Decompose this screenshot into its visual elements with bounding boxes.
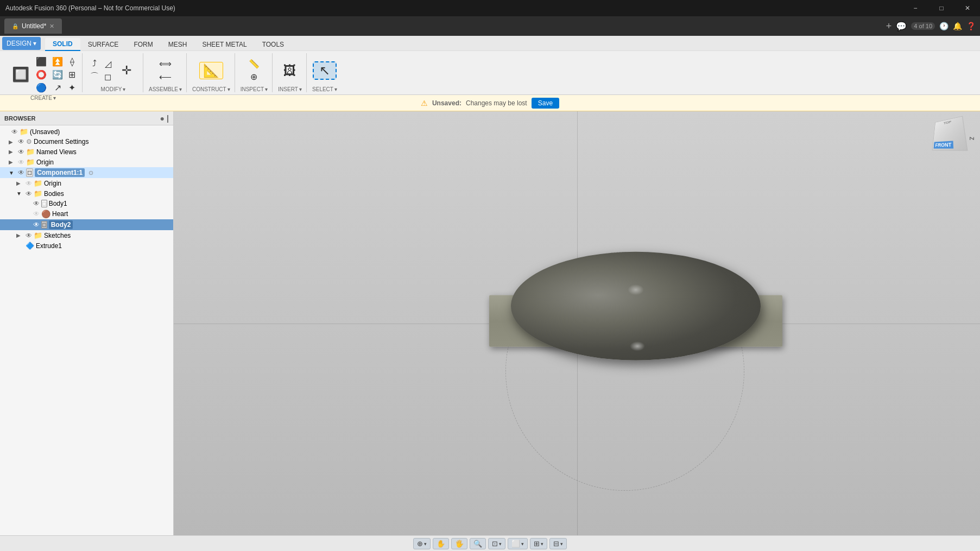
- visibility-icon-named-views[interactable]: 👁: [18, 148, 24, 156]
- save-button[interactable]: Save: [532, 98, 559, 109]
- tree-item-component1[interactable]: ▼ 👁 □ Component1:1 ⊙: [0, 167, 173, 178]
- visibility-icon-heart[interactable]: 👁: [33, 210, 40, 218]
- loft-button[interactable]: ⟠: [66, 55, 78, 68]
- create-arrow-icon: ▾: [53, 95, 56, 101]
- cylinder-button[interactable]: ⭕: [34, 68, 49, 81]
- insert-group-label[interactable]: INSERT ▾: [278, 86, 302, 92]
- extrude-button[interactable]: ⏫: [50, 55, 65, 68]
- maximize-button[interactable]: □: [929, 0, 954, 16]
- modify-group-label[interactable]: MODIFY ▾: [101, 86, 126, 92]
- ribbon-tab-solid[interactable]: SOLID: [45, 38, 80, 51]
- design-arrow-icon: ▾: [33, 40, 36, 47]
- construct-icon: 📐: [203, 64, 219, 77]
- help-icon[interactable]: ❓: [966, 22, 976, 30]
- chat-icon[interactable]: 💬: [896, 21, 907, 31]
- sphere-button[interactable]: 🔵: [34, 81, 49, 94]
- more-button[interactable]: ⊟ ▾: [549, 538, 567, 549]
- sweep-button[interactable]: ↗: [50, 81, 65, 94]
- folder-icon-unsaved: 📁: [20, 128, 28, 136]
- tree-item-body1[interactable]: 👁 □ Body1: [0, 199, 173, 208]
- ribbon-tab-form[interactable]: FORM: [126, 38, 160, 51]
- sphere-icon: 🔵: [36, 83, 47, 93]
- visibility-icon-doc-settings[interactable]: 👁: [18, 138, 24, 145]
- box-button[interactable]: ⬛: [34, 55, 49, 68]
- orbit-icon: ✋: [437, 540, 445, 548]
- visibility-icon-origin-root[interactable]: 👁: [18, 159, 24, 166]
- rib-button[interactable]: ⊞: [66, 68, 78, 81]
- insert-button[interactable]: 🖼: [278, 62, 302, 79]
- minimize-button[interactable]: −: [903, 0, 928, 16]
- ribbon-tab-sheetmetal[interactable]: SHEET METAL: [194, 38, 254, 51]
- tree-item-body2[interactable]: 👁 □ Body2: [0, 219, 173, 230]
- visibility-icon-bodies[interactable]: 👁: [26, 190, 32, 198]
- browser-collapse-icon[interactable]: ●: [160, 114, 165, 123]
- unsaved-label: Unsaved:: [432, 99, 461, 107]
- tree-label-sketches: Sketches: [44, 232, 71, 239]
- add-tab-button[interactable]: +: [886, 21, 892, 32]
- folder-icon-named-views: 📁: [26, 148, 35, 156]
- revolve-button[interactable]: 🔄: [50, 68, 65, 81]
- tree-item-unsaved[interactable]: 👁 📁 (Unsaved): [0, 126, 173, 137]
- visibility-icon-origin-child[interactable]: 👁: [26, 180, 32, 187]
- inspect-group-label[interactable]: INSPECT ▾: [241, 86, 268, 92]
- select-button[interactable]: ↖: [313, 61, 337, 80]
- browser-expand-icon[interactable]: |: [167, 114, 169, 123]
- history-icon[interactable]: 🕐: [939, 22, 949, 30]
- move-button[interactable]: ✛: [115, 63, 138, 78]
- ribbon-tab-tools[interactable]: TOOLS: [255, 38, 292, 51]
- as-built-joint-button[interactable]: ⟵: [157, 71, 174, 83]
- active-tab[interactable]: 🔒 Untitled* ✕: [4, 18, 62, 34]
- grid-button[interactable]: ⊞ ▾: [530, 538, 547, 549]
- web-button[interactable]: ✦: [66, 81, 78, 94]
- shell-button[interactable]: ◻: [102, 71, 113, 83]
- visibility-icon-unsaved[interactable]: 👁: [11, 128, 18, 136]
- tree-item-heart[interactable]: 👁 🟤 Heart: [0, 208, 173, 219]
- construct-group-label[interactable]: CONSTRUCT ▾: [192, 86, 230, 92]
- construct-button[interactable]: 📐: [199, 62, 223, 79]
- tree-label-origin-root: Origin: [36, 159, 54, 166]
- notification-icon[interactable]: 🔔: [953, 22, 962, 30]
- tree-item-origin-child[interactable]: ▶ 👁 📁 Origin: [0, 178, 173, 188]
- tree-item-named-views[interactable]: ▶ 👁 📁 Named Views: [0, 147, 173, 157]
- ribbon-tab-surface[interactable]: SURFACE: [80, 38, 127, 51]
- ribbon-tab-mesh[interactable]: MESH: [161, 38, 195, 51]
- tree-item-origin-root[interactable]: ▶ 👁 📁 Origin: [0, 157, 173, 167]
- visibility-icon-body1[interactable]: 👁: [33, 200, 40, 207]
- cursor-button[interactable]: ⊕ ▾: [413, 538, 431, 549]
- pan-button[interactable]: 🖐: [451, 538, 467, 549]
- ribbon-group-assemble: ⟺ ⟵ ASSEMBLE ▾: [144, 53, 187, 92]
- tree-arrow-bodies: ▼: [16, 191, 24, 197]
- create-group-label[interactable]: CREATE ▾: [30, 95, 56, 101]
- press-pull-button[interactable]: ⤴: [88, 58, 101, 69]
- modify-arrow-icon: ▾: [123, 86, 125, 92]
- select-group-label[interactable]: SELECT ▾: [312, 86, 337, 92]
- tab-close-icon[interactable]: ✕: [49, 23, 54, 30]
- tree-item-bodies[interactable]: ▼ 👁 📁 Bodies: [0, 188, 173, 199]
- visibility-icon-sketches[interactable]: 👁: [26, 232, 32, 239]
- visibility-icon-component1[interactable]: 👁: [18, 169, 24, 176]
- joint-button[interactable]: ⟺: [157, 58, 174, 70]
- view-cube[interactable]: FRONT TOP Z: [931, 117, 975, 160]
- display-icon: ⬜: [511, 540, 520, 548]
- ribbon-group-insert: 🖼 INSERT ▾: [274, 53, 307, 92]
- tree-item-extrude1[interactable]: 🔷 Extrude1: [0, 240, 173, 251]
- close-button[interactable]: ✕: [955, 0, 980, 16]
- tree-item-sketches[interactable]: ▶ 👁 📁 Sketches: [0, 230, 173, 240]
- fillet-button[interactable]: ⌒: [88, 70, 101, 84]
- display-button[interactable]: ⬜ ▾: [508, 538, 528, 549]
- tree-label-heart: Heart: [52, 210, 68, 218]
- visibility-icon-body2[interactable]: 👁: [33, 221, 40, 229]
- viewport[interactable]: FRONT TOP Z: [174, 111, 980, 535]
- orbit-button[interactable]: ✋: [433, 538, 449, 549]
- interference-button[interactable]: ⊕: [246, 71, 262, 83]
- fit-button[interactable]: ⊡ ▾: [488, 538, 505, 549]
- measure-button[interactable]: 📏: [246, 58, 262, 70]
- chamfer-button[interactable]: ◿: [102, 58, 113, 70]
- assemble-group-label[interactable]: ASSEMBLE ▾: [149, 86, 182, 92]
- tree-arrow-sketches: ▶: [16, 232, 24, 238]
- new-component-button[interactable]: 🔲: [9, 66, 33, 84]
- warning-icon: ⚠: [421, 99, 428, 107]
- zoom-button[interactable]: 🔍: [470, 538, 486, 549]
- design-dropdown[interactable]: DESIGN ▾: [2, 37, 41, 50]
- tree-item-doc-settings[interactable]: ▶ 👁 ⚙ Document Settings: [0, 137, 173, 147]
